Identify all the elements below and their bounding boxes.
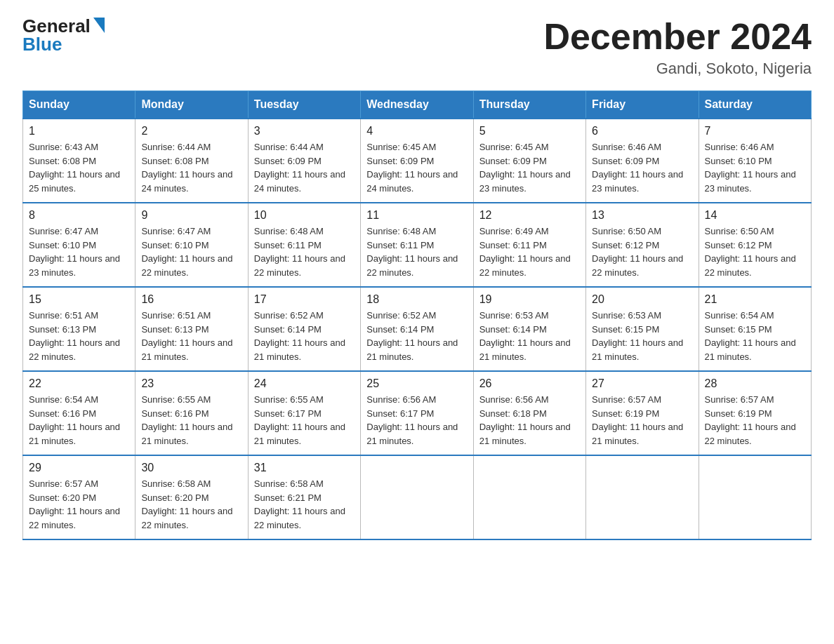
sunset-label: Sunset: 6:13 PM xyxy=(141,324,208,335)
daylight-label: Daylight: 11 hours and 21 minutes. xyxy=(254,337,345,362)
day-number: 8 xyxy=(29,209,129,222)
sunrise-label: Sunrise: 6:53 AM xyxy=(479,310,549,321)
day-info: Sunrise: 6:46 AM Sunset: 6:10 PM Dayligh… xyxy=(705,140,805,195)
sunrise-label: Sunrise: 6:58 AM xyxy=(254,478,324,489)
sunset-label: Sunset: 6:09 PM xyxy=(254,156,322,166)
day-number: 28 xyxy=(705,377,805,390)
calendar-cell: 10 Sunrise: 6:48 AM Sunset: 6:11 PM Dayl… xyxy=(248,203,360,287)
logo-general: General xyxy=(22,17,91,35)
day-number: 11 xyxy=(366,209,467,222)
sunset-label: Sunset: 6:14 PM xyxy=(479,324,547,335)
day-number: 29 xyxy=(29,462,129,474)
day-info: Sunrise: 6:50 AM Sunset: 6:12 PM Dayligh… xyxy=(705,224,805,279)
daylight-label: Daylight: 11 hours and 22 minutes. xyxy=(705,253,796,278)
day-number: 22 xyxy=(29,377,129,390)
day-info: Sunrise: 6:48 AM Sunset: 6:11 PM Dayligh… xyxy=(366,224,467,279)
daylight-label: Daylight: 11 hours and 22 minutes. xyxy=(479,253,571,278)
day-info: Sunrise: 6:49 AM Sunset: 6:11 PM Dayligh… xyxy=(479,224,580,279)
day-number: 25 xyxy=(366,377,467,390)
day-info: Sunrise: 6:46 AM Sunset: 6:09 PM Dayligh… xyxy=(592,140,692,195)
day-number: 5 xyxy=(479,125,580,137)
sunrise-label: Sunrise: 6:43 AM xyxy=(29,142,98,152)
day-number: 31 xyxy=(254,462,355,474)
daylight-label: Daylight: 11 hours and 24 minutes. xyxy=(141,169,232,194)
day-info: Sunrise: 6:57 AM Sunset: 6:19 PM Dayligh… xyxy=(705,393,805,448)
sunset-label: Sunset: 6:19 PM xyxy=(592,408,659,419)
day-info: Sunrise: 6:44 AM Sunset: 6:08 PM Dayligh… xyxy=(141,140,241,195)
sunset-label: Sunset: 6:10 PM xyxy=(29,240,96,250)
day-info: Sunrise: 6:45 AM Sunset: 6:09 PM Dayligh… xyxy=(479,140,580,195)
sunrise-label: Sunrise: 6:44 AM xyxy=(141,142,211,152)
day-info: Sunrise: 6:58 AM Sunset: 6:20 PM Dayligh… xyxy=(141,477,241,532)
calendar-header-saturday: Saturday xyxy=(699,91,811,119)
calendar-cell: 12 Sunrise: 6:49 AM Sunset: 6:11 PM Dayl… xyxy=(473,203,585,287)
day-info: Sunrise: 6:54 AM Sunset: 6:16 PM Dayligh… xyxy=(29,393,129,448)
daylight-label: Daylight: 11 hours and 24 minutes. xyxy=(366,169,458,194)
day-number: 14 xyxy=(705,209,805,222)
day-info: Sunrise: 6:51 AM Sunset: 6:13 PM Dayligh… xyxy=(141,309,241,363)
daylight-label: Daylight: 11 hours and 22 minutes. xyxy=(29,506,120,530)
sunset-label: Sunset: 6:12 PM xyxy=(705,240,772,250)
calendar-cell: 28 Sunrise: 6:57 AM Sunset: 6:19 PM Dayl… xyxy=(699,371,811,455)
day-number: 15 xyxy=(29,293,129,306)
sunrise-label: Sunrise: 6:52 AM xyxy=(254,310,324,321)
calendar-cell: 8 Sunrise: 6:47 AM Sunset: 6:10 PM Dayli… xyxy=(23,203,135,287)
day-number: 10 xyxy=(254,209,355,222)
calendar-cell: 9 Sunrise: 6:47 AM Sunset: 6:10 PM Dayli… xyxy=(135,203,248,287)
daylight-label: Daylight: 11 hours and 23 minutes. xyxy=(592,169,683,194)
daylight-label: Daylight: 11 hours and 21 minutes. xyxy=(479,337,571,362)
day-number: 16 xyxy=(141,293,241,306)
sunset-label: Sunset: 6:17 PM xyxy=(366,408,434,419)
sunset-label: Sunset: 6:11 PM xyxy=(254,240,322,250)
daylight-label: Daylight: 11 hours and 23 minutes. xyxy=(29,253,120,278)
calendar-cell: 17 Sunrise: 6:52 AM Sunset: 6:14 PM Dayl… xyxy=(248,287,360,371)
calendar-cell: 1 Sunrise: 6:43 AM Sunset: 6:08 PM Dayli… xyxy=(23,119,135,203)
calendar-week-row: 22 Sunrise: 6:54 AM Sunset: 6:16 PM Dayl… xyxy=(23,371,812,455)
calendar-cell: 23 Sunrise: 6:55 AM Sunset: 6:16 PM Dayl… xyxy=(135,371,248,455)
daylight-label: Daylight: 11 hours and 21 minutes. xyxy=(592,422,683,446)
sunset-label: Sunset: 6:08 PM xyxy=(29,156,96,166)
sunrise-label: Sunrise: 6:51 AM xyxy=(29,310,98,321)
sunset-label: Sunset: 6:14 PM xyxy=(366,324,434,335)
calendar-cell: 22 Sunrise: 6:54 AM Sunset: 6:16 PM Dayl… xyxy=(23,371,135,455)
calendar-week-row: 29 Sunrise: 6:57 AM Sunset: 6:20 PM Dayl… xyxy=(23,455,812,539)
sunrise-label: Sunrise: 6:53 AM xyxy=(592,310,661,321)
day-info: Sunrise: 6:57 AM Sunset: 6:20 PM Dayligh… xyxy=(29,477,129,532)
calendar-cell: 25 Sunrise: 6:56 AM Sunset: 6:17 PM Dayl… xyxy=(361,371,473,455)
daylight-label: Daylight: 11 hours and 21 minutes. xyxy=(141,337,232,362)
sunset-label: Sunset: 6:11 PM xyxy=(366,240,434,250)
daylight-label: Daylight: 11 hours and 22 minutes. xyxy=(366,253,458,278)
calendar-cell: 6 Sunrise: 6:46 AM Sunset: 6:09 PM Dayli… xyxy=(586,119,699,203)
sunset-label: Sunset: 6:10 PM xyxy=(141,240,208,250)
calendar-cell: 18 Sunrise: 6:52 AM Sunset: 6:14 PM Dayl… xyxy=(361,287,473,371)
title-area: December 2024 Gandi, Sokoto, Nigeria xyxy=(543,17,812,78)
calendar-cell: 3 Sunrise: 6:44 AM Sunset: 6:09 PM Dayli… xyxy=(248,119,360,203)
calendar-week-row: 1 Sunrise: 6:43 AM Sunset: 6:08 PM Dayli… xyxy=(23,119,812,203)
calendar-cell xyxy=(361,455,473,539)
calendar-cell: 24 Sunrise: 6:55 AM Sunset: 6:17 PM Dayl… xyxy=(248,371,360,455)
daylight-label: Daylight: 11 hours and 22 minutes. xyxy=(254,506,345,530)
sunrise-label: Sunrise: 6:58 AM xyxy=(141,478,211,489)
day-info: Sunrise: 6:47 AM Sunset: 6:10 PM Dayligh… xyxy=(141,224,241,279)
day-info: Sunrise: 6:51 AM Sunset: 6:13 PM Dayligh… xyxy=(29,309,129,363)
logo-triangle-icon xyxy=(93,18,105,33)
day-info: Sunrise: 6:43 AM Sunset: 6:08 PM Dayligh… xyxy=(29,140,129,195)
sunrise-label: Sunrise: 6:57 AM xyxy=(592,394,661,405)
daylight-label: Daylight: 11 hours and 21 minutes. xyxy=(479,422,571,446)
sunset-label: Sunset: 6:18 PM xyxy=(479,408,547,419)
calendar-table: SundayMondayTuesdayWednesdayThursdayFrid… xyxy=(22,90,812,540)
daylight-label: Daylight: 11 hours and 22 minutes. xyxy=(29,337,120,362)
sunset-label: Sunset: 6:10 PM xyxy=(705,156,772,166)
calendar-cell: 5 Sunrise: 6:45 AM Sunset: 6:09 PM Dayli… xyxy=(473,119,585,203)
daylight-label: Daylight: 11 hours and 22 minutes. xyxy=(141,506,232,530)
sunrise-label: Sunrise: 6:49 AM xyxy=(479,226,549,236)
day-number: 6 xyxy=(592,125,692,137)
calendar-cell: 13 Sunrise: 6:50 AM Sunset: 6:12 PM Dayl… xyxy=(586,203,699,287)
calendar-cell: 20 Sunrise: 6:53 AM Sunset: 6:15 PM Dayl… xyxy=(586,287,699,371)
daylight-label: Daylight: 11 hours and 23 minutes. xyxy=(479,169,571,194)
calendar-header-wednesday: Wednesday xyxy=(361,91,473,119)
day-number: 20 xyxy=(592,293,692,306)
daylight-label: Daylight: 11 hours and 22 minutes. xyxy=(592,253,683,278)
calendar-week-row: 8 Sunrise: 6:47 AM Sunset: 6:10 PM Dayli… xyxy=(23,203,812,287)
day-number: 2 xyxy=(141,125,241,137)
